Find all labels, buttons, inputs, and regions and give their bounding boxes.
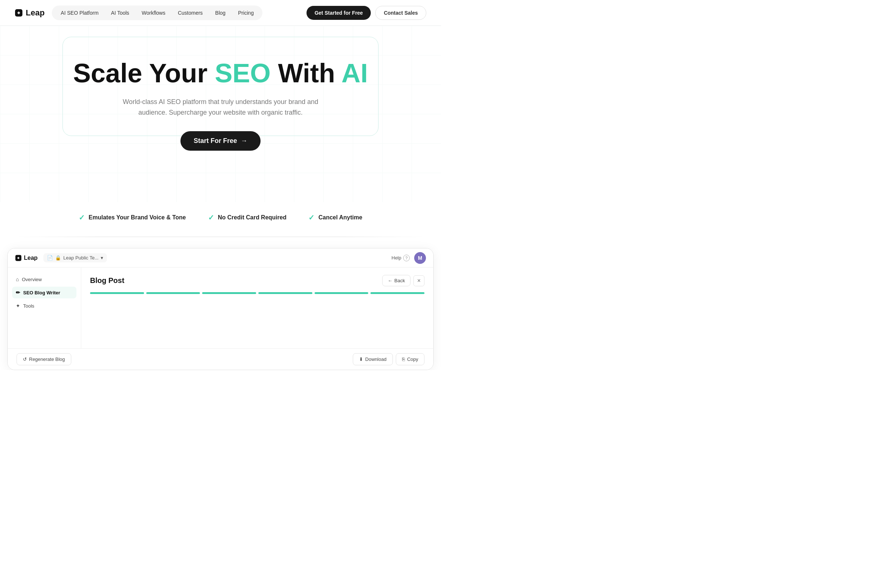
home-icon: ⌂: [16, 276, 19, 282]
app-bottom-bar: ↺ Regenerate Blog ⬇ Download ⎘ Copy: [8, 348, 433, 370]
blog-post-actions: ← Back ×: [382, 275, 424, 286]
back-label: Back: [394, 278, 405, 284]
feature-item-no-credit-card: ✓ No Credit Card Required: [208, 213, 286, 222]
progress-segment-6: [370, 292, 424, 294]
sidebar-tools-label: Tools: [23, 303, 34, 309]
hero-title-part2: With: [270, 58, 341, 88]
features-row: ✓ Emulates Your Brand Voice & Tone ✓ No …: [0, 202, 441, 237]
logo-icon: [15, 9, 23, 17]
navbar: Leap AI SEO Platform AI Tools Workflows …: [0, 0, 441, 26]
app-topbar-left: Leap 📄 🔒 Leap Public Te... ▾: [15, 253, 107, 262]
nav-item-pricing[interactable]: Pricing: [232, 8, 260, 18]
feature-label-no-credit-card: No Credit Card Required: [218, 214, 286, 221]
app-topbar: Leap 📄 🔒 Leap Public Te... ▾ Help ? M: [8, 248, 433, 267]
app-main: Blog Post ← Back ×: [81, 267, 433, 348]
progress-segment-1: [90, 292, 144, 294]
progress-segment-4: [258, 292, 312, 294]
sidebar-seo-blog-label: SEO Blog Writer: [23, 290, 60, 296]
back-button[interactable]: ← Back: [382, 275, 411, 286]
app-logo-label: Leap: [24, 255, 38, 261]
user-initial: M: [418, 255, 422, 261]
user-avatar[interactable]: M: [414, 252, 426, 264]
sidebar-overview-label: Overview: [22, 277, 42, 282]
help-label: Help: [392, 255, 401, 261]
blog-post-page-title: Blog Post: [90, 276, 124, 285]
start-for-free-button[interactable]: Start For Free →: [180, 131, 261, 151]
bottom-actions-left: ↺ Regenerate Blog: [16, 353, 71, 365]
app-topbar-right: Help ? M: [392, 252, 426, 264]
regenerate-blog-button[interactable]: ↺ Regenerate Blog: [16, 353, 71, 365]
feature-label-brand-voice: Emulates Your Brand Voice & Tone: [88, 214, 186, 221]
section-divider: [15, 237, 426, 237]
workspace-lock-icon: 🔒: [55, 255, 61, 261]
hero-title-part1: Scale Your: [73, 58, 215, 88]
progress-segment-5: [315, 292, 369, 294]
app-preview: Leap 📄 🔒 Leap Public Te... ▾ Help ? M ⌂: [8, 248, 434, 370]
copy-label: Copy: [407, 357, 418, 362]
check-icon-no-credit-card: ✓: [208, 213, 214, 222]
close-button[interactable]: ×: [413, 275, 424, 286]
feature-label-cancel-anytime: Cancel Anytime: [318, 214, 362, 221]
bottom-actions-right: ⬇ Download ⎘ Copy: [353, 353, 424, 365]
nav-item-blog[interactable]: Blog: [210, 8, 231, 18]
start-for-free-arrow: →: [241, 137, 248, 145]
contact-sales-button[interactable]: Contact Sales: [375, 6, 426, 20]
copy-button[interactable]: ⎘ Copy: [396, 353, 424, 365]
hero-subtitle: World-class AI SEO platform that truly u…: [118, 97, 323, 118]
download-label: Download: [365, 357, 387, 362]
sidebar-item-seo-blog-writer[interactable]: ✏ SEO Blog Writer: [12, 286, 76, 298]
app-logo-icon: [15, 255, 22, 261]
progress-segment-2: [146, 292, 200, 294]
download-icon: ⬇: [359, 357, 363, 362]
nav-item-customers[interactable]: Customers: [172, 8, 209, 18]
progress-segment-3: [202, 292, 256, 294]
sidebar-item-overview[interactable]: ⌂ Overview: [12, 273, 76, 285]
nav-pill: AI SEO Platform AI Tools Workflows Custo…: [52, 6, 262, 20]
logo[interactable]: Leap: [15, 8, 45, 18]
nav-right: Get Started for Free Contact Sales: [306, 6, 426, 20]
regenerate-icon: ↺: [23, 357, 27, 362]
download-button[interactable]: ⬇ Download: [353, 353, 393, 365]
app-workspace-selector[interactable]: 📄 🔒 Leap Public Te... ▾: [44, 253, 107, 262]
copy-icon: ⎘: [402, 357, 405, 362]
app-logo: Leap: [15, 255, 38, 261]
hero-title-seo: SEO: [214, 58, 270, 88]
check-icon-brand-voice: ✓: [79, 213, 85, 222]
help-button[interactable]: Help ?: [392, 255, 410, 261]
app-body: ⌂ Overview ✏ SEO Blog Writer ✦ Tools Blo…: [8, 267, 433, 348]
hero-section: Scale Your SEO With AI World-class AI SE…: [0, 26, 441, 202]
workspace-doc-icon: 📄: [47, 255, 53, 261]
regenerate-label: Regenerate Blog: [29, 357, 65, 362]
feature-item-brand-voice: ✓ Emulates Your Brand Voice & Tone: [79, 213, 186, 222]
nav-item-ai-seo[interactable]: AI SEO Platform: [55, 8, 104, 18]
start-for-free-label: Start For Free: [194, 137, 237, 145]
sidebar-item-tools[interactable]: ✦ Tools: [12, 300, 76, 312]
check-icon-cancel-anytime: ✓: [308, 213, 315, 222]
progress-bar: [90, 292, 424, 294]
workspace-chevron-icon: ▾: [101, 255, 103, 261]
help-circle-icon: ?: [403, 255, 410, 261]
back-arrow-icon: ←: [388, 278, 393, 284]
brand-name: Leap: [26, 8, 45, 18]
hero-content: Scale Your SEO With AI World-class AI SE…: [15, 48, 426, 151]
feature-item-cancel-anytime: ✓ Cancel Anytime: [308, 213, 362, 222]
nav-item-workflows[interactable]: Workflows: [136, 8, 171, 18]
blog-post-header: Blog Post ← Back ×: [90, 275, 424, 286]
hero-title-ai: AI: [341, 58, 368, 88]
tools-icon: ✦: [16, 303, 20, 309]
nav-item-ai-tools[interactable]: AI Tools: [105, 8, 135, 18]
get-started-button[interactable]: Get Started for Free: [306, 6, 371, 20]
app-sidebar: ⌂ Overview ✏ SEO Blog Writer ✦ Tools: [8, 267, 81, 348]
workspace-label: Leap Public Te...: [63, 255, 99, 261]
pen-icon: ✏: [16, 290, 20, 296]
hero-title: Scale Your SEO With AI: [15, 59, 426, 88]
